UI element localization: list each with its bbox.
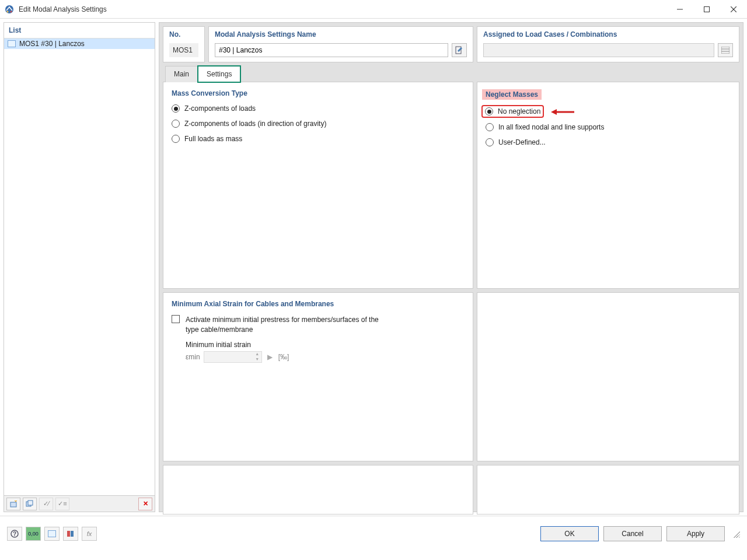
name-input[interactable] [215, 43, 448, 57]
close-button[interactable] [720, 0, 747, 19]
mass-option-full[interactable]: Full loads as mass [172, 135, 465, 143]
radio-icon [172, 135, 180, 143]
radio-icon [172, 104, 180, 113]
list-body[interactable]: MOS1 #30 | Lanczos [4, 38, 155, 495]
svg-text:?: ? [13, 531, 16, 537]
svg-point-2 [11, 10, 12, 12]
mass-conversion-title: Mass Conversion Type [172, 89, 465, 97]
radio-label: No neglection [498, 107, 540, 116]
svg-rect-9 [28, 501, 33, 505]
radio-label: Full loads as mass [184, 135, 242, 143]
empty-section-bottom-right [477, 465, 739, 514]
no-label: No. [169, 30, 198, 38]
no-value: MOS1 [169, 43, 198, 57]
neglect-masses-title: Neglect Masses [482, 89, 542, 100]
cancel-button[interactable]: Cancel [603, 526, 662, 541]
svg-point-1 [7, 10, 9, 12]
neglect-option-fixed-supports[interactable]: In all fixed nodal and line supports [486, 123, 731, 131]
svg-rect-7 [11, 502, 16, 507]
titlebar: Edit Modal Analysis Settings [0, 0, 747, 19]
units-button[interactable]: 0,00 [26, 527, 41, 541]
min-strain-unit: [‰] [278, 353, 289, 361]
activate-prestress-checkbox[interactable] [172, 315, 180, 323]
assigned-picker-button[interactable] [718, 43, 733, 57]
list-header: List [4, 23, 155, 38]
svg-marker-15 [551, 109, 557, 115]
delete-item-button[interactable]: ✕ [138, 498, 152, 510]
assigned-box: Assigned to Load Cases / Combinations [477, 26, 739, 62]
edit-name-button[interactable] [452, 43, 467, 57]
name-label: Modal Analysis Settings Name [215, 30, 467, 38]
radio-label: In all fixed nodal and line supports [498, 123, 604, 131]
epsilon-symbol: εmin [186, 353, 200, 361]
min-strain-sublabel: Minimum initial strain [186, 341, 251, 349]
min-strain-title: Minimum Axial Strain for Cables and Memb… [172, 300, 465, 308]
check-button-1[interactable]: ✓⁄ [39, 498, 53, 510]
svg-rect-18 [67, 531, 70, 537]
copy-item-button[interactable] [23, 498, 37, 510]
radio-label: Z-components of loads [184, 104, 256, 113]
radio-icon [172, 120, 180, 128]
radio-icon [486, 138, 494, 146]
content-panel: No. MOS1 Modal Analysis Settings Name As… [159, 22, 743, 512]
color-button[interactable] [44, 527, 60, 541]
tab-main[interactable]: Main [165, 66, 198, 82]
svg-rect-19 [71, 531, 74, 537]
activate-prestress-label: Activate minimum initial prestress for m… [186, 315, 384, 335]
neglect-option-none[interactable]: No neglection [486, 107, 731, 116]
name-box: Modal Analysis Settings Name [208, 26, 473, 62]
list-toolbar: ✓⁄ ✓≡ ✕ [4, 495, 155, 512]
assigned-label: Assigned to Load Cases / Combinations [483, 30, 733, 38]
ok-button[interactable]: OK [540, 526, 599, 541]
new-item-button[interactable] [6, 498, 20, 510]
radio-icon [486, 123, 494, 131]
resize-grip[interactable] [732, 530, 740, 538]
annotation-arrow-icon [551, 108, 574, 116]
annotation-button[interactable] [63, 527, 78, 541]
list-item-label: MOS1 #30 | Lanczos [19, 40, 85, 48]
calc-icon[interactable]: ▶ [266, 352, 275, 362]
radio-label: Z-components of loads (in direction of g… [184, 120, 326, 128]
mass-option-z-gravity[interactable]: Z-components of loads (in direction of g… [172, 120, 465, 128]
mass-option-z[interactable]: Z-components of loads [172, 104, 465, 113]
fx-button[interactable]: fx [82, 527, 97, 541]
neglect-masses-section: Neglect Masses No neglection In all f [477, 82, 739, 289]
min-strain-section: Minimum Axial Strain for Cables and Memb… [163, 292, 473, 461]
assigned-input[interactable] [483, 43, 714, 57]
empty-section-right [477, 292, 739, 461]
tab-settings[interactable]: Settings [198, 66, 240, 82]
min-strain-input[interactable]: ▲▼ [204, 351, 262, 363]
apply-button[interactable]: Apply [666, 526, 725, 541]
svg-rect-11 [721, 47, 729, 54]
empty-section-bottom-left [163, 465, 473, 514]
list-item-icon [8, 40, 16, 47]
no-box: No. MOS1 [163, 26, 205, 62]
list-panel: List MOS1 #30 | Lanczos ✓⁄ ✓≡ ✕ [4, 22, 155, 512]
dialog-footer: ? 0,00 fx OK Cancel Apply [0, 516, 747, 551]
radio-icon [485, 107, 493, 116]
radio-label: User-Defined... [498, 138, 546, 146]
list-item[interactable]: MOS1 #30 | Lanczos [4, 38, 155, 49]
help-button[interactable]: ? [7, 527, 22, 541]
maximize-button[interactable] [693, 0, 720, 19]
app-icon [5, 5, 14, 14]
tab-row: Main Settings [163, 66, 739, 82]
svg-rect-4 [704, 6, 710, 12]
window-title: Edit Modal Analysis Settings [19, 5, 107, 13]
check-button-2[interactable]: ✓≡ [55, 498, 69, 510]
neglect-option-user-defined[interactable]: User-Defined... [486, 138, 731, 146]
minimize-button[interactable] [666, 0, 693, 19]
mass-conversion-section: Mass Conversion Type Z-components of loa… [163, 82, 473, 289]
